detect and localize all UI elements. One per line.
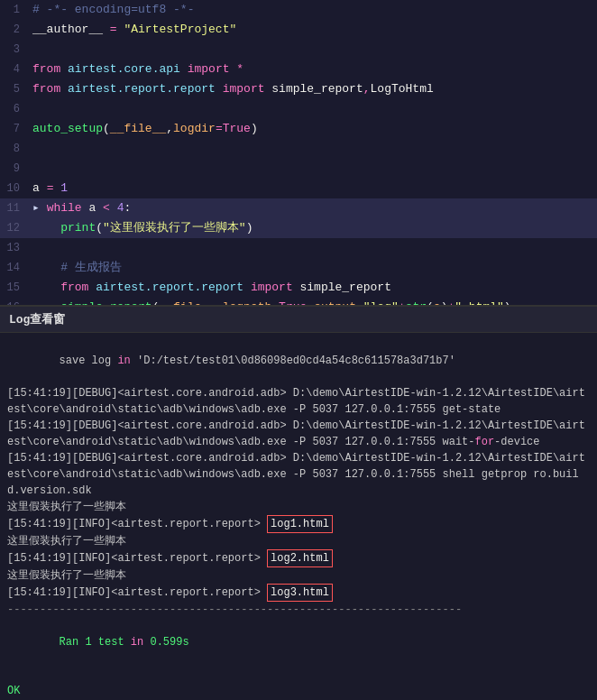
code-line-8: 8: [0, 139, 597, 159]
log-ok: OK: [7, 683, 590, 699]
log-line-d1: [15:41:19][DEBUG]<airtest.core.android.a…: [7, 385, 590, 418]
in-keyword: in: [117, 355, 130, 367]
log-content[interactable]: save log in 'D:/test/test01\0d86098ed0cd…: [0, 333, 597, 700]
code-line-11: 11 ▸ while a < 4:: [0, 198, 597, 218]
line-num-6: 6: [0, 99, 27, 119]
line-num-13: 13: [0, 238, 27, 258]
line-content-9: [27, 159, 597, 179]
line-content-1: # -*- encoding=utf8 -*-: [27, 0, 597, 20]
line-num-3: 3: [0, 40, 27, 60]
log-line-save: save log in 'D:/test/test01\0d86098ed0cd…: [7, 336, 590, 385]
log3-link[interactable]: log3.html: [267, 584, 333, 602]
code-line-6: 6: [0, 99, 597, 119]
code-editor: 1 # -*- encoding=utf8 -*- 2 __author__ =…: [0, 0, 597, 307]
code-line-5: 5 from airtest.report.report import simp…: [0, 79, 597, 99]
line-content-7: auto_setup(__file__,logdir=True): [27, 119, 597, 139]
line-num-14: 14: [0, 258, 27, 278]
line-content-4: from airtest.core.api import *: [27, 60, 597, 79]
line-content-6: [27, 99, 597, 119]
code-line-10: 10 a = 1: [0, 179, 597, 198]
line-content-16: simple_report(__file__,logpath=True,outp…: [27, 298, 597, 307]
line-content-3: [27, 40, 597, 60]
line-content-5: from airtest.report.report import simple…: [27, 79, 597, 99]
log2-link[interactable]: log2.html: [267, 549, 333, 567]
line-num-11: 11: [0, 198, 27, 218]
log-header-title: Log查看窗: [9, 311, 65, 327]
code-line-2: 2 __author__ = "AirtestProject": [0, 20, 597, 40]
line-content-2: __author__ = "AirtestProject": [27, 20, 597, 40]
line-num-8: 8: [0, 139, 27, 159]
log-line-i1: [15:41:19][INFO]<airtest.report.report> …: [7, 515, 590, 533]
log-panel: Log查看窗 save log in 'D:/test/test01\0d860…: [0, 307, 597, 700]
log-line-c3: 这里假装执行了一些脚本: [7, 567, 590, 584]
code-line-12: 12 print("这里假装执行了一些脚本"): [0, 218, 597, 238]
code-line-16: 16 simple_report(__file__,logpath=True,o…: [0, 298, 597, 307]
line-content-10: a = 1: [27, 179, 597, 198]
code-line-1: 1 # -*- encoding=utf8 -*-: [0, 0, 597, 20]
save-path: 'D:/test/test01\0d86098ed0cd4a54c8c61157…: [131, 355, 455, 367]
code-line-14: 14 # 生成报告: [0, 258, 597, 278]
line-num-16: 16: [0, 298, 27, 307]
line-num-9: 9: [0, 159, 27, 179]
log-line-c2: 这里假装执行了一些脚本: [7, 533, 590, 549]
log-line-c1: 这里假装执行了一些脚本: [7, 499, 590, 515]
code-lines: 1 # -*- encoding=utf8 -*- 2 __author__ =…: [0, 0, 597, 307]
log-line-d2: [15:41:19][DEBUG]<airtest.core.android.a…: [7, 418, 590, 450]
log-ran: Ran 1 test in 0.599s: [7, 618, 590, 667]
code-line-9: 9: [0, 159, 597, 179]
log-line-d3: [15:41:19][DEBUG]<airtest.core.android.a…: [7, 450, 590, 499]
line-content-14: # 生成报告: [27, 258, 597, 278]
info-prefix-2: [15:41:19][INFO]<airtest.report.report>: [7, 550, 267, 566]
log-blank: [7, 667, 590, 683]
log-panel-header: Log查看窗: [0, 307, 597, 333]
log-separator: ----------------------------------------…: [7, 602, 590, 618]
log-line-i2: [15:41:19][INFO]<airtest.report.report> …: [7, 549, 590, 567]
line-content-12: print("这里假装执行了一些脚本"): [27, 218, 597, 238]
info-prefix-1: [15:41:19][INFO]<airtest.report.report>: [7, 516, 267, 532]
line-num-15: 15: [0, 278, 27, 298]
log-line-i3: [15:41:19][INFO]<airtest.report.report> …: [7, 584, 590, 602]
line-num-1: 1: [0, 0, 27, 20]
code-line-4: 4 from airtest.core.api import *: [0, 60, 597, 79]
log1-link[interactable]: log1.html: [267, 515, 333, 533]
line-num-4: 4: [0, 60, 27, 79]
save-text: save log: [60, 355, 118, 367]
code-line-7: 7 auto_setup(__file__,logdir=True): [0, 119, 597, 139]
code-line-15: 15 from airtest.report.report import sim…: [0, 278, 597, 298]
code-line-13: 13: [0, 238, 597, 258]
line-num-7: 7: [0, 119, 27, 139]
line-num-10: 10: [0, 179, 27, 198]
line-content-8: [27, 139, 597, 159]
line-content-15: from airtest.report.report import simple…: [27, 278, 597, 298]
line-num-12: 12: [0, 218, 27, 238]
line-num-5: 5: [0, 79, 27, 99]
line-content-13: [27, 238, 597, 258]
code-line-3: 3: [0, 40, 597, 60]
app-container: 1 # -*- encoding=utf8 -*- 2 __author__ =…: [0, 0, 597, 700]
info-prefix-3: [15:41:19][INFO]<airtest.report.report>: [7, 585, 267, 601]
line-content-11: ▸ while a < 4:: [27, 198, 597, 218]
line-num-2: 2: [0, 20, 27, 40]
